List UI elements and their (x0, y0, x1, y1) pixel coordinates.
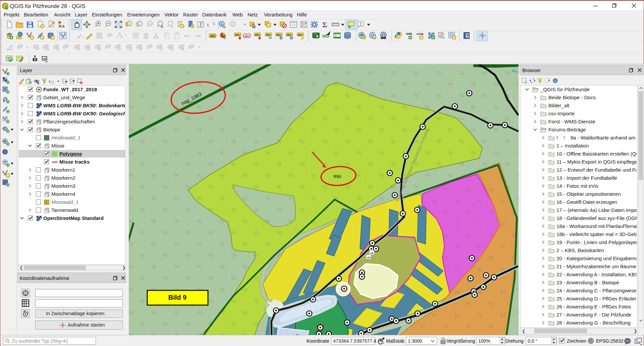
svg-text:KML: KML (406, 32, 413, 36)
svg-text:abc: abc (235, 33, 240, 36)
svg-text:T: T (360, 22, 362, 26)
svg-text:abc: abc (276, 33, 281, 36)
svg-text:abc: abc (210, 34, 216, 38)
svg-text:i: i (221, 21, 222, 26)
svg-text:abc: abc (245, 34, 250, 38)
svg-text:mis: mis (333, 173, 341, 179)
svg-text:ε: ε (49, 78, 51, 83)
svg-text:1:1: 1:1 (149, 23, 152, 25)
svg-text:abc: abc (255, 33, 260, 36)
svg-text:i: i (555, 79, 556, 82)
svg-text:Q: Q (374, 36, 376, 39)
svg-text:Σ: Σ (322, 20, 327, 28)
svg-text:a: a (62, 23, 65, 28)
svg-text:abc: abc (287, 33, 291, 36)
svg-text:abc: abc (298, 33, 303, 36)
svg-text:abc: abc (266, 33, 271, 36)
svg-text:?: ? (466, 34, 469, 38)
svg-text:HTML: HTML (417, 33, 424, 36)
svg-text:Bild 9: Bild 9 (168, 294, 186, 301)
